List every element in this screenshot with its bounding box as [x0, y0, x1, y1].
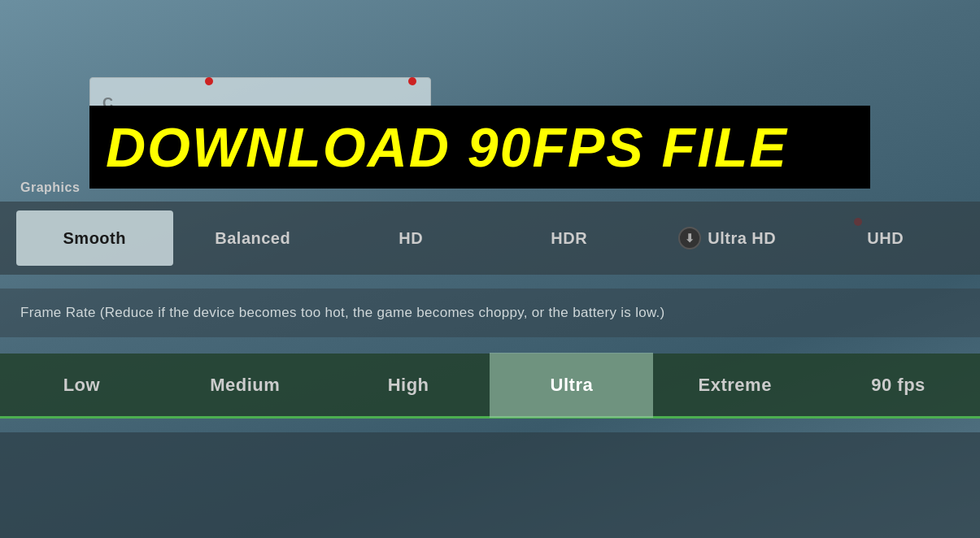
- quality-ultra-hd-button[interactable]: ⬇ Ultra HD: [649, 210, 806, 266]
- download-banner[interactable]: DOWNLOAD 90FPS FILE: [89, 106, 870, 189]
- fps-high-button[interactable]: High: [327, 353, 490, 418]
- fps-extreme-button[interactable]: Extreme: [653, 353, 817, 418]
- quality-smooth-button[interactable]: Smooth: [16, 210, 173, 266]
- ultra-hd-label: Ultra HD: [708, 229, 776, 248]
- graphics-label: Graphics: [20, 180, 80, 195]
- fps-90-button[interactable]: 90 fps: [817, 353, 980, 418]
- quality-hd-button[interactable]: HD: [333, 210, 490, 266]
- fps-low-button[interactable]: Low: [0, 353, 163, 418]
- fps-selector: Low Medium High Ultra Extreme 90 fps: [0, 354, 980, 419]
- download-circle-icon: ⬇: [678, 227, 701, 249]
- quality-hdr-button[interactable]: HDR: [491, 210, 648, 266]
- graphics-quality-selector: Smooth Balanced HD HDR ⬇ Ultra HD UHD: [0, 202, 980, 275]
- framerate-info-box: Frame Rate (Reduce if the device becomes…: [0, 289, 980, 337]
- download-text: DOWNLOAD 90FPS FILE: [106, 116, 788, 178]
- bottom-area: [0, 432, 980, 538]
- quality-uhd-button[interactable]: UHD: [808, 210, 965, 266]
- fps-ultra-button[interactable]: Ultra: [490, 353, 653, 418]
- red-dot-1: [205, 77, 213, 85]
- fps-medium-button[interactable]: Medium: [163, 353, 327, 418]
- framerate-info-text: Frame Rate (Reduce if the device becomes…: [20, 305, 665, 320]
- red-dot-2: [408, 77, 416, 85]
- quality-balanced-button[interactable]: Balanced: [175, 210, 332, 266]
